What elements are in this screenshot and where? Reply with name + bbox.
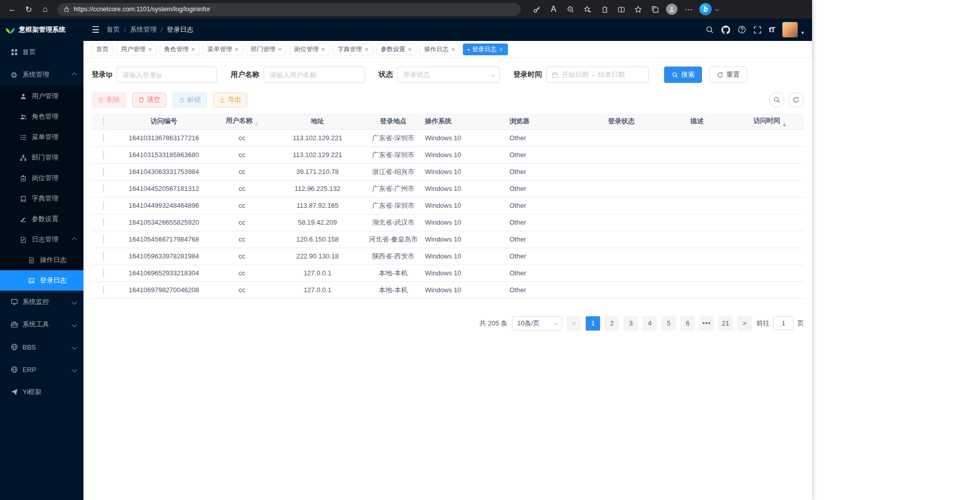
page-size-select[interactable]: 10条/页 [512,316,562,331]
add-favorite-icon[interactable] [581,3,594,16]
close-icon[interactable]: × [408,46,412,53]
more-pages-button[interactable]: ••• [699,316,714,331]
close-icon[interactable]: × [235,46,239,53]
table-search-button[interactable] [769,92,784,107]
close-icon[interactable]: × [191,46,196,53]
address-bar[interactable]: https://ccnetcore.com:1101/system/log/lo… [57,3,521,16]
read-aloud-icon[interactable]: A [547,3,560,16]
zoom-out-icon[interactable] [564,3,577,16]
tab-user-management[interactable]: 用户管理× [116,44,157,55]
row-checkbox[interactable] [103,184,104,193]
prev-page-button[interactable]: < [567,316,581,331]
close-icon[interactable]: × [451,46,455,53]
collapse-sidebar-icon[interactable]: ☰ [92,25,99,35]
tab-param-settings[interactable]: 参数设置× [376,44,417,55]
tab-post-management[interactable]: 岗位管理× [289,44,330,55]
back-icon[interactable]: ← [5,2,19,16]
page-button-2[interactable]: 2 [605,316,619,331]
browser-home-icon[interactable]: ⌂ [38,2,52,16]
row-checkbox[interactable] [103,286,104,294]
delete-button[interactable]: 删除 [92,93,126,107]
breadcrumb-item[interactable]: 首页 [106,25,120,34]
row-checkbox[interactable] [103,269,104,277]
sort-icon[interactable] [783,122,786,126]
favorites-icon[interactable] [631,3,645,16]
sidebar-item-bbs[interactable]: BBS [0,336,83,358]
sidebar-item-user-management[interactable]: 用户管理 [0,86,83,106]
sidebar-item-home[interactable]: 首页 [0,41,83,63]
github-icon[interactable] [721,26,730,34]
username-input[interactable] [264,67,365,83]
row-checkbox[interactable] [103,167,104,176]
jump-input[interactable] [773,316,794,330]
sidebar-item-param-settings[interactable]: 参数设置 [0,209,83,229]
table-refresh-button[interactable] [789,92,804,107]
tab-login-log[interactable]: ●登录日志× [463,44,508,55]
page-button-3[interactable]: 3 [624,316,638,331]
extensions-icon[interactable] [598,3,611,16]
tab-menu-management[interactable]: 菜单管理× [203,44,243,55]
page-button-1[interactable]: 1 [586,316,600,331]
reset-button[interactable]: 重置 [709,67,747,83]
password-key-icon[interactable] [530,3,543,16]
breadcrumb-item[interactable]: 系统管理 [130,25,157,34]
status-select[interactable]: 登录状态 [397,67,500,83]
font-size-icon[interactable]: tT [769,26,775,34]
row-checkbox[interactable] [103,235,104,244]
tab-role-management[interactable]: 角色管理× [160,44,200,55]
close-icon[interactable]: × [278,46,282,53]
search-icon[interactable] [706,26,714,34]
login-ip-input[interactable] [117,67,217,83]
export-button[interactable]: 导出 [213,93,247,107]
sidebar-item-menu-management[interactable]: 菜单管理 [0,127,83,147]
reload-icon[interactable]: ↻ [22,2,36,16]
tab-dict-management[interactable]: 字典管理× [333,44,373,55]
sidebar-item-dept-management[interactable]: 部门管理 [0,147,83,168]
help-icon[interactable] [738,26,746,34]
page-button-21[interactable]: 21 [718,316,733,331]
row-checkbox[interactable] [103,201,104,210]
sidebar-item-dict-management[interactable]: 字典管理 [0,188,83,209]
row-checkbox[interactable] [103,218,104,227]
close-icon[interactable]: × [365,46,369,53]
sidebar-item-log-management[interactable]: 日志管理 [0,229,83,250]
collections-icon[interactable] [648,3,662,16]
sidebar-item-erp[interactable]: ERP [0,358,83,381]
row-checkbox[interactable] [103,134,104,142]
split-screen-icon[interactable] [614,3,628,16]
column-time[interactable]: 访问时间 [735,114,804,129]
close-icon[interactable]: × [148,46,152,53]
tab-operation-log[interactable]: 操作日志× [419,44,460,55]
unlock-button[interactable]: 解锁 [173,93,207,107]
column-user[interactable]: 用户名称 [212,114,271,129]
search-button[interactable]: 搜索 [664,67,702,83]
copilot-icon[interactable]: b [699,3,712,16]
clear-button[interactable]: 清空 [132,93,166,107]
copilot-caret-icon[interactable] [715,7,719,11]
page-button-6[interactable]: 6 [680,316,695,331]
user-avatar[interactable] [782,22,798,37]
tab-home[interactable]: 首页 [92,44,113,55]
close-icon[interactable]: × [499,46,503,53]
sidebar-item-system-monitor[interactable]: 系统监控 [0,291,83,313]
sidebar-item-system-management[interactable]: ⚙ 系统管理 [0,63,83,86]
browser-menu-icon[interactable]: ⋯ [682,3,695,16]
sidebar-item-post-management[interactable]: 岗位管理 [0,168,83,188]
row-checkbox[interactable] [103,150,104,159]
page-button-5[interactable]: 5 [662,316,676,331]
select-all-checkbox[interactable] [103,117,104,126]
sidebar-item-role-management[interactable]: 角色管理 [0,106,83,127]
close-icon[interactable]: × [321,46,325,53]
sidebar-item-login-log[interactable]: 登录日志 [0,270,83,291]
sidebar-item-operation-log[interactable]: 操作日志 [0,250,83,270]
row-checkbox[interactable] [103,252,104,260]
browser-profile-avatar[interactable] [665,3,678,16]
sidebar-item-system-tools[interactable]: 系统工具 [0,313,83,336]
fullscreen-icon[interactable] [754,26,761,34]
tab-dept-management[interactable]: 部门管理× [246,44,287,55]
next-page-button[interactable]: > [737,316,752,331]
page-button-4[interactable]: 4 [643,316,657,331]
date-range-picker[interactable]: 开始日期 - 结束日期 [546,67,649,83]
sort-icon[interactable] [255,122,258,126]
sidebar-item-yi-framework[interactable]: Yi框架 [0,381,83,403]
